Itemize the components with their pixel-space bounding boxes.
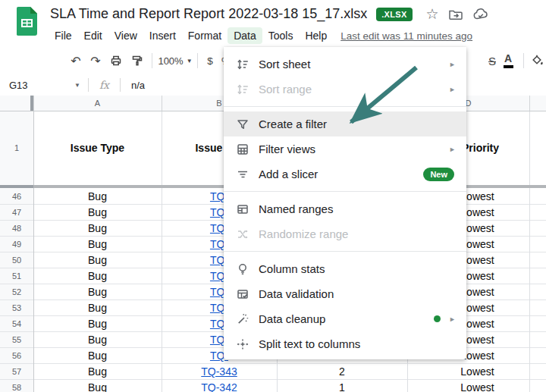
table-row[interactable]: 57BugTQ-3432Lowest — [0, 364, 546, 380]
row-number[interactable]: 54 — [0, 316, 33, 331]
cell-issue_type[interactable]: Bug — [33, 300, 162, 315]
header-cell-issue_type[interactable]: Issue Type — [33, 111, 162, 185]
row-number[interactable]: 47 — [0, 205, 33, 220]
cell-issue_key[interactable]: TQ-342 — [162, 380, 277, 392]
submenu-arrow-icon: ► — [449, 315, 456, 323]
menubar-format[interactable]: Format — [182, 27, 228, 44]
row-number[interactable]: 50 — [0, 252, 33, 268]
sort-icon — [236, 83, 249, 96]
menu-item-split-text-to-columns[interactable]: Split text to columns — [224, 331, 466, 356]
cell-issue_type[interactable]: Bug — [33, 252, 162, 268]
fill-color-icon[interactable] — [529, 47, 546, 74]
named-ranges-icon — [236, 202, 249, 216]
cell-priority[interactable]: Lowest — [407, 380, 538, 392]
cell-issue_type[interactable]: Bug — [33, 284, 162, 299]
issue-link[interactable]: TQ-343 — [201, 365, 237, 378]
menu-divider — [224, 251, 466, 252]
menu-item-data-validation[interactable]: Data validation — [224, 281, 466, 306]
menu-item-sort-range[interactable]: Sort range► — [224, 77, 466, 102]
menu-item-create-a-filter[interactable]: Create a filter — [224, 111, 466, 136]
menubar-edit[interactable]: Edit — [78, 27, 108, 44]
cell-col_c[interactable]: 2 — [277, 364, 407, 379]
grid-line — [162, 96, 162, 392]
row-number[interactable]: 49 — [0, 237, 33, 252]
cell-issue_type[interactable]: Bug — [33, 380, 162, 392]
move-folder-icon[interactable] — [448, 8, 463, 21]
cell-priority[interactable]: Lowest — [407, 364, 538, 379]
currency-format-button[interactable]: $ — [202, 47, 218, 74]
name-box[interactable]: G13 — [0, 80, 74, 91]
menu-item-named-ranges[interactable]: Named ranges — [224, 196, 466, 221]
menubar-help[interactable]: Help — [299, 27, 333, 44]
star-icon[interactable]: ☆ — [426, 7, 439, 21]
row-number[interactable]: 56 — [0, 348, 33, 363]
name-box-caret-icon[interactable]: ▼ — [74, 82, 80, 89]
formula-input[interactable]: n/a — [131, 80, 145, 91]
last-edit-link[interactable]: Last edit was 11 minutes ago — [340, 30, 472, 42]
menu-item-sort-sheet[interactable]: Sort sheet► — [224, 52, 466, 77]
menu-item-label: Sort sheet — [259, 58, 310, 71]
cell-issue_type[interactable]: Bug — [33, 332, 162, 347]
cell-issue_type[interactable]: Bug — [33, 364, 162, 379]
cell-issue_type[interactable]: Bug — [33, 221, 162, 236]
grid-line — [33, 96, 34, 392]
row-number[interactable]: 57 — [0, 364, 33, 379]
menubar-tools[interactable]: Tools — [262, 27, 300, 44]
zoom-select[interactable]: 100%▼ — [158, 47, 193, 74]
shuffle-icon — [236, 227, 249, 241]
row-number[interactable]: 48 — [0, 221, 33, 236]
strikethrough-button[interactable]: S — [484, 47, 500, 74]
menu-item-filter-views[interactable]: Filter views► — [224, 136, 466, 162]
cell-col_c[interactable]: 1 — [277, 380, 407, 392]
submenu-arrow-icon: ► — [449, 61, 456, 68]
new-badge: New — [423, 168, 454, 181]
menu-item-label: Sort range — [259, 83, 312, 96]
text-color-button[interactable]: A — [499, 47, 517, 74]
sheets-logo-icon[interactable] — [17, 7, 37, 39]
slicer-icon — [236, 168, 249, 181]
submenu-arrow-icon: ► — [449, 86, 456, 93]
lightbulb-icon — [236, 262, 249, 276]
row-number[interactable]: 1 — [0, 111, 33, 185]
menubar-file[interactable]: File — [49, 27, 78, 44]
menubar-view[interactable]: View — [108, 27, 143, 44]
menu-item-label: Named ranges — [259, 202, 333, 215]
menu-item-label: Data cleanup — [259, 312, 325, 325]
redo-icon[interactable]: ↷ — [86, 47, 105, 74]
menu-item-label: Randomize range — [259, 227, 348, 240]
cell-issue_type[interactable]: Bug — [33, 316, 162, 331]
column-header-a[interactable]: A — [33, 96, 162, 111]
row-number[interactable]: 46 — [0, 189, 33, 204]
row-number[interactable]: 52 — [0, 284, 33, 299]
menu-bar: FileEditViewInsertFormatDataToolsHelpLas… — [49, 27, 472, 44]
cell-issue_key[interactable]: TQ-343 — [162, 364, 277, 379]
cell-issue_type[interactable]: Bug — [33, 205, 162, 220]
menu-item-randomize-range[interactable]: Randomize range — [224, 221, 466, 246]
menu-item-column-stats[interactable]: Column stats — [224, 256, 466, 281]
menu-item-data-cleanup[interactable]: Data cleanup► — [224, 306, 466, 331]
paint-format-icon[interactable] — [127, 47, 147, 74]
issue-link[interactable]: TQ-342 — [201, 381, 237, 392]
menu-divider — [224, 191, 466, 192]
row-number[interactable]: 51 — [0, 268, 33, 284]
row-number[interactable]: 58 — [0, 380, 33, 392]
print-icon[interactable] — [106, 47, 126, 74]
submenu-arrow-icon: ► — [449, 146, 456, 153]
row-number[interactable]: 55 — [0, 332, 33, 347]
undo-icon[interactable]: ↶ — [67, 47, 85, 74]
menubar-insert[interactable]: Insert — [143, 27, 182, 44]
cell-issue_type[interactable]: Bug — [33, 189, 162, 204]
table-row[interactable]: 58BugTQ-3421Lowest — [0, 380, 546, 392]
app-bar: SLA Time and Report Report 2022-03-18 15… — [0, 0, 546, 47]
cell-issue_type[interactable]: Bug — [33, 237, 162, 252]
menu-item-label: Filter views — [259, 143, 315, 155]
cell-issue_type[interactable]: Bug — [33, 348, 162, 363]
menu-item-add-a-slicer[interactable]: Add a slicerNew — [224, 162, 466, 187]
menu-item-label: Add a slicer — [259, 168, 318, 180]
cloud-saved-icon[interactable] — [472, 8, 489, 21]
row-number[interactable]: 53 — [0, 300, 33, 315]
doc-title[interactable]: SLA Time and Report Report 2022-03-18 15… — [50, 6, 367, 22]
cell-issue_type[interactable]: Bug — [33, 268, 162, 284]
menubar-data[interactable]: Data — [228, 27, 262, 44]
sort-icon — [236, 58, 249, 71]
